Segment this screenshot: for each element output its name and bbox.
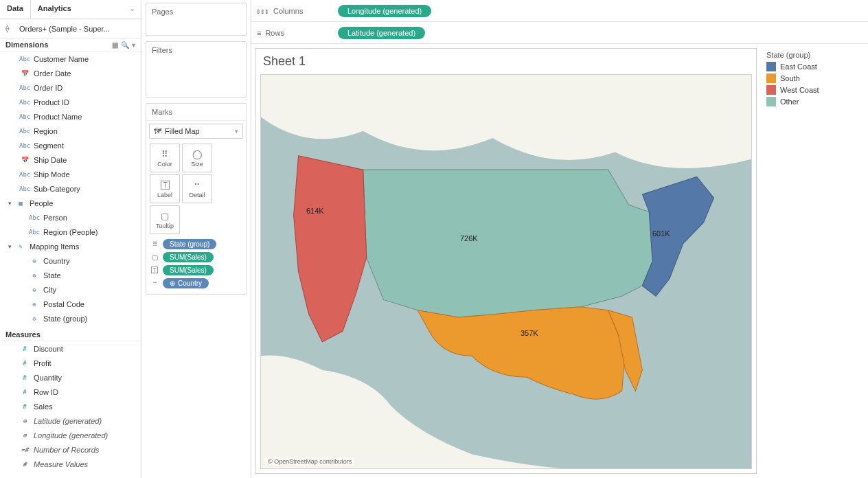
data-pane: Data Analytics ⌄ ⟠ Orders+ (Sample - Sup…: [0, 0, 141, 478]
field-region-people-[interactable]: AbcRegion (People): [0, 225, 141, 239]
pill-label: SUM(Sales): [170, 253, 207, 261]
pages-card[interactable]: Pages: [146, 3, 247, 36]
field-ship-mode[interactable]: AbcShip Mode: [0, 167, 141, 181]
color-legend[interactable]: State (group) East CoastSouthWest CoastO…: [761, 48, 864, 474]
field-ship-date[interactable]: 📅Ship Date: [0, 152, 141, 167]
field-product-id[interactable]: AbcProduct ID: [0, 95, 141, 109]
field-type-icon: 📅: [19, 157, 30, 163]
tooltip-icon[interactable]: ▢: [150, 253, 159, 261]
legend-swatch: [766, 97, 776, 106]
pill-sum-sales-[interactable]: SUM(Sales): [163, 252, 214, 262]
field-type-icon: ⊕: [29, 301, 40, 308]
field-label: Profit: [34, 359, 52, 367]
size-button[interactable]: ◯Size: [182, 144, 212, 172]
field-type-icon: #: [19, 360, 30, 367]
field-type-icon: ⊕: [29, 258, 40, 264]
field-number-of-records[interactable]: =#Number of Records: [0, 442, 141, 457]
map-canvas[interactable]: 614K 726K 601K 357K © OpenStreetMap cont…: [260, 74, 752, 469]
field-measure-values[interactable]: #Measure Values: [0, 457, 141, 471]
data-tabs-menu-icon[interactable]: ⌄: [124, 0, 141, 19]
detail-icon: ⠒: [194, 180, 201, 190]
detail-icon[interactable]: ⠒: [150, 280, 159, 287]
field-label: Latitude (generated): [34, 417, 102, 425]
field-order-id[interactable]: AbcOrder ID: [0, 80, 141, 95]
field-state[interactable]: ⊕State: [0, 268, 141, 282]
field-state-group-[interactable]: ⊘State (group): [0, 311, 141, 326]
fields-menu-icon[interactable]: ▾: [132, 41, 135, 49]
pill-country[interactable]: ⊕Country: [163, 278, 209, 288]
sheet-title[interactable]: Sheet 1: [256, 49, 756, 74]
field-label: Postal Code: [43, 300, 84, 308]
datasource-name: Orders+ (Sample - Super...: [19, 25, 110, 33]
field-region[interactable]: AbcRegion: [0, 124, 141, 138]
tooltip-label: Tooltip: [156, 223, 174, 229]
pill-label: State (group): [170, 240, 209, 248]
field-country[interactable]: ⊕Country: [0, 253, 141, 268]
field-quantity[interactable]: #Quantity: [0, 370, 141, 385]
legend-item-west-coast[interactable]: West Coast: [766, 85, 858, 95]
map-svg: [261, 75, 751, 468]
detail-button[interactable]: ⠒Detail: [182, 174, 212, 203]
field-type-icon: Abc: [19, 185, 30, 192]
field-label: Ship Date: [34, 156, 67, 164]
chevron-down-icon: ▾: [8, 243, 15, 250]
field-label: Region (People): [43, 228, 98, 236]
field-postal-code[interactable]: ⊕Postal Code: [0, 297, 141, 311]
field-label: Sub-Category: [34, 185, 80, 193]
field-type-icon: #: [19, 374, 30, 381]
field-product-name[interactable]: AbcProduct Name: [0, 109, 141, 124]
label-button[interactable]: 🅃Label: [150, 174, 180, 203]
search-fields-icon[interactable]: 🔍: [121, 41, 129, 49]
datasource-row[interactable]: ⟠ Orders+ (Sample - Super...: [0, 19, 141, 38]
field-type-icon: Abc: [19, 171, 30, 178]
legend-label: East Coast: [780, 62, 817, 71]
tab-analytics[interactable]: Analytics: [31, 0, 78, 19]
tab-data[interactable]: Data: [0, 0, 30, 19]
shelf-cards-column: Pages Filters Marks 🗺︎ Filled Map ▾ ⠿Col…: [141, 0, 251, 478]
pill-state-group-[interactable]: State (group): [163, 239, 216, 249]
color-button[interactable]: ⠿Color: [150, 144, 180, 172]
field-discount[interactable]: #Discount: [0, 341, 141, 356]
rows-pill[interactable]: Latitude (generated): [338, 27, 425, 39]
legend-item-south[interactable]: South: [766, 73, 858, 83]
field-label: Region: [34, 127, 58, 135]
field-label: Longitude (generated): [34, 431, 108, 440]
marks-card: Marks 🗺︎ Filled Map ▾ ⠿Color ◯Size 🅃Labe…: [146, 103, 247, 295]
color-icon[interactable]: ⠿: [150, 240, 159, 248]
label-icon[interactable]: 🅃: [150, 266, 159, 274]
pill-sum-sales-[interactable]: SUM(Sales): [163, 265, 214, 275]
folder-people[interactable]: ▾ ▦ People: [0, 196, 141, 210]
columns-shelf[interactable]: ⫾⫾⫾Columns Longitude (generated): [251, 0, 868, 22]
field-profit[interactable]: #Profit: [0, 356, 141, 370]
legend-item-east-coast[interactable]: East Coast: [766, 62, 858, 71]
columns-icon: ⫾⫾⫾: [257, 7, 269, 15]
legend-item-other[interactable]: Other: [766, 97, 858, 106]
field-label: Ship Mode: [34, 170, 70, 179]
field-segment[interactable]: AbcSegment: [0, 138, 141, 152]
field-type-icon: ⊕: [19, 432, 30, 439]
columns-pill[interactable]: Longitude (generated): [338, 5, 431, 17]
view-as-icon[interactable]: ▦: [112, 41, 118, 49]
field-sales[interactable]: #Sales: [0, 399, 141, 413]
field-sub-category[interactable]: AbcSub-Category: [0, 181, 141, 196]
mark-type-selector[interactable]: 🗺︎ Filled Map ▾: [149, 124, 243, 139]
filters-card[interactable]: Filters: [146, 41, 247, 98]
mark-type-label: Filled Map: [165, 127, 200, 135]
detail-label: Detail: [189, 192, 205, 198]
field-customer-name[interactable]: AbcCustomer Name: [0, 52, 141, 66]
size-label: Size: [191, 161, 203, 168]
field-row-id[interactable]: #Row ID: [0, 385, 141, 399]
rows-shelf[interactable]: ≡Rows Latitude (generated): [251, 22, 868, 44]
field-person[interactable]: AbcPerson: [0, 210, 141, 225]
region-label-west: 614K: [306, 207, 324, 215]
filters-label: Filters: [146, 42, 246, 58]
field-longitude-generated-[interactable]: ⊕Longitude (generated): [0, 428, 141, 442]
folder-mapping-items[interactable]: ▾ ✎ Mapping Items: [0, 239, 141, 253]
tooltip-button[interactable]: ▢Tooltip: [150, 205, 180, 234]
field-city[interactable]: ⊕City: [0, 282, 141, 297]
pill-label: Country: [178, 280, 202, 287]
field-latitude-generated-[interactable]: ⊕Latitude (generated): [0, 413, 141, 428]
color-icon: ⠿: [161, 149, 168, 159]
marks-pill-row: 🅃SUM(Sales): [150, 265, 242, 275]
field-order-date[interactable]: 📅Order Date: [0, 66, 141, 80]
